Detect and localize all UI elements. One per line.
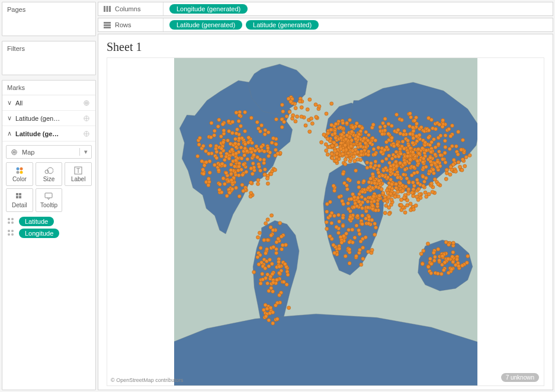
svg-point-1218 — [451, 250, 454, 254]
svg-point-482 — [349, 139, 353, 142]
svg-point-886 — [373, 160, 377, 163]
svg-point-1258 — [295, 115, 299, 118]
svg-point-919 — [406, 139, 409, 142]
svg-rect-30 — [104, 27, 111, 28]
svg-point-1256 — [280, 103, 284, 107]
svg-point-756 — [347, 240, 351, 244]
svg-point-58 — [239, 124, 242, 128]
svg-point-1061 — [424, 165, 428, 169]
sheet-title[interactable]: Sheet 1 — [98, 34, 553, 57]
svg-point-1345 — [374, 185, 377, 188]
svg-point-277 — [262, 161, 265, 165]
svg-point-139 — [204, 160, 208, 164]
columns-shelf[interactable]: Columns Longitude (generated) — [98, 2, 553, 16]
svg-point-367 — [277, 260, 280, 264]
svg-rect-26 — [107, 6, 108, 12]
color-shelf[interactable]: Color — [6, 162, 33, 186]
svg-point-938 — [441, 118, 444, 122]
svg-point-1384 — [410, 191, 413, 194]
pages-shelf[interactable]: Pages — [2, 2, 96, 36]
svg-point-523 — [330, 152, 333, 156]
svg-point-1271 — [280, 126, 284, 129]
svg-point-288 — [224, 171, 227, 175]
svg-point-1399 — [355, 204, 358, 208]
svg-point-21 — [8, 230, 10, 232]
svg-point-400 — [270, 272, 274, 276]
unknown-badge[interactable]: 7 unknown — [501, 373, 539, 382]
svg-point-589 — [329, 123, 333, 127]
svg-rect-15 — [19, 196, 21, 198]
svg-point-695 — [357, 181, 360, 184]
svg-point-1363 — [387, 205, 390, 209]
map-view[interactable]: © OpenStreetMap contributors 7 unknown — [107, 57, 544, 386]
filters-shelf[interactable]: Filters — [2, 41, 96, 75]
viz-canvas[interactable]: Sheet 1 — [98, 34, 553, 390]
svg-point-100 — [197, 143, 200, 146]
svg-point-618 — [368, 141, 371, 144]
label-icon: T — [74, 166, 82, 175]
svg-point-369 — [262, 308, 265, 311]
marks-pill-longitude[interactable]: Longitude — [2, 227, 95, 239]
svg-point-685 — [354, 169, 357, 172]
svg-point-723 — [331, 243, 335, 247]
svg-point-1131 — [448, 165, 452, 169]
svg-point-346 — [262, 238, 265, 242]
svg-point-891 — [390, 136, 393, 140]
svg-point-284 — [200, 159, 203, 163]
svg-point-1259 — [313, 103, 317, 107]
svg-point-1249 — [450, 268, 453, 271]
svg-point-153 — [253, 149, 256, 153]
detail-shelf[interactable]: Detail — [6, 188, 33, 212]
svg-point-285 — [229, 178, 233, 182]
svg-point-649 — [325, 227, 328, 230]
svg-point-1031 — [383, 128, 386, 132]
svg-point-243 — [234, 152, 238, 155]
svg-point-722 — [347, 248, 351, 251]
svg-point-554 — [329, 128, 332, 131]
svg-point-1225 — [442, 268, 445, 272]
rows-pill[interactable]: Latitude (generated) — [246, 20, 319, 30]
svg-point-1112 — [443, 151, 447, 155]
svg-point-170 — [206, 184, 210, 187]
svg-point-697 — [354, 254, 358, 258]
rows-shelf[interactable]: Rows Latitude (generated) Latitude (gene… — [98, 18, 553, 32]
svg-point-317 — [255, 255, 259, 259]
marks-layer-latitude-1[interactable]: ∨ Latitude (gen… — [2, 111, 95, 126]
svg-point-1367 — [411, 194, 415, 198]
size-shelf[interactable]: Size — [36, 162, 63, 186]
svg-point-47 — [263, 168, 267, 171]
svg-point-1157 — [437, 123, 441, 126]
svg-point-1180 — [398, 147, 402, 150]
svg-point-759 — [357, 232, 361, 236]
svg-point-732 — [362, 179, 365, 183]
mark-type-dropdown[interactable]: Map ▾ — [6, 145, 92, 159]
svg-point-401 — [265, 248, 268, 251]
tooltip-shelf[interactable]: Tooltip — [36, 188, 63, 212]
marks-pill-latitude[interactable]: Latitude — [2, 216, 95, 227]
svg-point-390 — [267, 264, 270, 268]
svg-point-1402 — [393, 195, 396, 198]
columns-pill[interactable]: Longitude (generated) — [169, 4, 248, 14]
rows-pill[interactable]: Latitude (generated) — [169, 20, 242, 30]
label-shelf[interactable]: T Label — [65, 162, 92, 186]
marks-layer-latitude-2[interactable]: ∧ Latitude (ge… — [2, 126, 95, 142]
svg-point-574 — [349, 157, 352, 160]
svg-point-1023 — [422, 157, 425, 160]
svg-point-203 — [239, 157, 243, 160]
svg-point-615 — [349, 144, 352, 148]
svg-point-797 — [381, 121, 384, 125]
svg-point-1386 — [416, 187, 420, 191]
svg-point-650 — [373, 233, 376, 236]
svg-point-841 — [386, 122, 390, 126]
svg-point-209 — [233, 142, 237, 145]
globe-icon — [82, 131, 91, 137]
svg-point-1248 — [426, 265, 430, 269]
marks-layer-all[interactable]: ∨ All — [2, 95, 95, 111]
svg-point-1147 — [448, 173, 451, 176]
svg-point-363 — [271, 310, 274, 314]
svg-point-274 — [245, 149, 248, 153]
svg-point-1385 — [371, 195, 375, 198]
svg-point-287 — [234, 131, 238, 135]
svg-point-366 — [267, 319, 270, 322]
svg-point-272 — [249, 116, 253, 120]
